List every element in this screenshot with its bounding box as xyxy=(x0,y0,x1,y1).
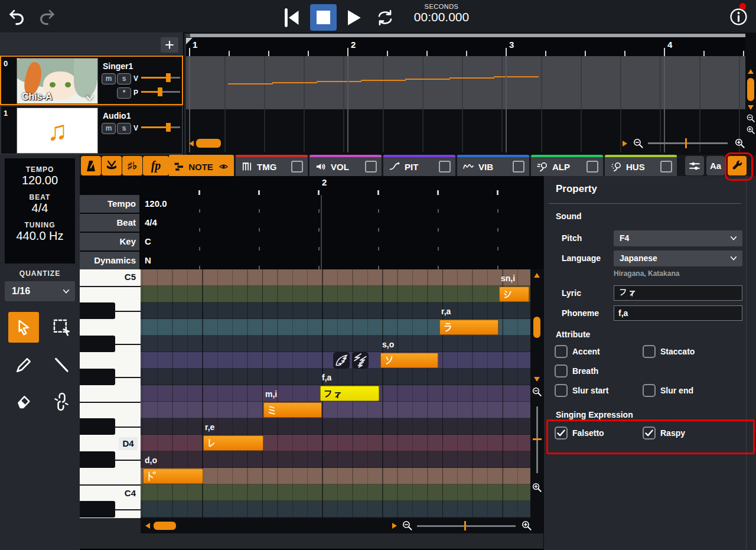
solo-button[interactable]: s xyxy=(117,73,131,84)
song-settings-box[interactable]: TEMPO 120.00 BEAT 4/4 TUNING 440.0 Hz xyxy=(5,158,75,263)
checkbox-falsetto[interactable] xyxy=(555,427,568,440)
timeline-seek-bar[interactable] xyxy=(186,34,745,37)
track-row-singer[interactable]: 0 Chis-A Singer1 m s V * P xyxy=(1,57,182,104)
vscroll-thumb[interactable] xyxy=(533,317,540,338)
info-button[interactable] xyxy=(729,8,748,26)
tab-pit[interactable]: PIT xyxy=(383,155,455,176)
vscroll-thumb[interactable] xyxy=(747,78,754,101)
singer-avatar[interactable]: Chis-A xyxy=(17,58,98,104)
zoom-in-icon[interactable] xyxy=(734,138,745,149)
zoom-out-icon[interactable] xyxy=(402,520,413,531)
checkbox-slur-end[interactable] xyxy=(643,384,656,397)
hzoom-slider[interactable] xyxy=(417,525,516,527)
hzoom-slider-thumb[interactable] xyxy=(464,521,466,531)
cursor-tool[interactable] xyxy=(8,312,39,343)
tab-vib[interactable]: VIB xyxy=(457,155,529,176)
drum-button[interactable] xyxy=(102,156,122,175)
tab-hus[interactable]: HUS xyxy=(605,155,677,176)
hscroll-thumb[interactable] xyxy=(154,522,176,530)
zoom-out-vertical-icon[interactable] xyxy=(532,386,542,397)
note-c4[interactable]: ド xyxy=(143,468,203,484)
add-track-button[interactable] xyxy=(161,37,178,53)
timeline-ruler[interactable]: 1234 xyxy=(186,38,745,56)
scroll-down-icon[interactable] xyxy=(533,376,541,383)
checkbox-accent[interactable] xyxy=(555,345,568,358)
tab-checkbox[interactable] xyxy=(586,161,598,173)
singer-track-lane[interactable] xyxy=(186,56,745,109)
scroll-up-icon[interactable] xyxy=(533,272,541,279)
pencil-tool[interactable] xyxy=(8,350,39,380)
track-row-audio[interactable]: 1 ♫ Audio1 m s V xyxy=(1,106,182,154)
black-key[interactable] xyxy=(80,501,115,518)
black-key[interactable] xyxy=(80,302,115,319)
marquee-select-tool[interactable] xyxy=(46,312,77,343)
language-select[interactable]: Japanese xyxy=(614,250,742,266)
lyric-input[interactable]: ファ xyxy=(614,285,742,301)
loop-button[interactable] xyxy=(376,8,395,27)
black-key[interactable] xyxy=(80,418,115,435)
line-tool[interactable] xyxy=(46,350,77,380)
text-style-button[interactable]: Aa xyxy=(706,156,725,175)
scroll-left-icon[interactable] xyxy=(144,522,151,530)
phoneme-input[interactable]: f,a xyxy=(614,305,742,321)
zoom-in-vertical-icon[interactable] xyxy=(532,482,542,493)
audio-thumbnail[interactable]: ♫ xyxy=(17,108,98,154)
tab-tmg[interactable]: TMG xyxy=(236,155,308,176)
tab-checkbox[interactable] xyxy=(513,161,524,173)
zoom-in-vertical-icon[interactable] xyxy=(746,125,755,135)
piano-roll[interactable]: ド d,o レ r,e ミ m,i ファ f,a ソ s, xyxy=(141,269,530,518)
tab-vol[interactable]: VOL xyxy=(309,155,382,176)
tab-alp[interactable]: ALP xyxy=(531,155,603,176)
zoom-slider-thumb[interactable] xyxy=(685,138,687,148)
solo-button[interactable]: s xyxy=(117,123,131,134)
redo-button[interactable] xyxy=(38,8,56,25)
voice-chevron-down-icon[interactable] xyxy=(84,94,95,102)
note-f4[interactable]: ファ xyxy=(320,386,379,401)
tab-checkbox[interactable] xyxy=(660,161,672,173)
zoom-slider[interactable] xyxy=(648,142,728,144)
scroll-left-icon[interactable] xyxy=(188,139,195,148)
tab-checkbox[interactable] xyxy=(365,161,377,173)
quantize-select[interactable]: 1/16 xyxy=(5,281,75,301)
volume-slider[interactable] xyxy=(141,122,180,132)
black-key[interactable] xyxy=(80,369,115,385)
skip-to-start-button[interactable] xyxy=(282,7,303,28)
eye-icon[interactable] xyxy=(218,162,229,171)
metronome-button[interactable] xyxy=(81,156,101,175)
black-key[interactable] xyxy=(80,336,115,352)
checkbox-staccato[interactable] xyxy=(643,345,656,358)
volume-slider[interactable] xyxy=(141,73,180,83)
checkbox-breath[interactable] xyxy=(555,365,568,377)
hscroll-thumb[interactable] xyxy=(196,139,221,148)
playhead-marker[interactable] xyxy=(186,38,193,44)
piano-keyboard[interactable]: C5 D4 C4 xyxy=(80,269,141,518)
note-e4[interactable]: ミ xyxy=(263,402,322,418)
stop-button[interactable] xyxy=(310,4,337,31)
black-key[interactable] xyxy=(80,451,115,468)
note-g4[interactable]: ソ xyxy=(380,353,438,368)
key-signature-button[interactable]: ♯♭ xyxy=(122,156,142,175)
zoom-out-icon[interactable] xyxy=(633,138,644,149)
eraser-tool[interactable] xyxy=(8,386,39,417)
scroll-right-icon[interactable] xyxy=(621,139,628,148)
unlink-tool[interactable] xyxy=(46,386,77,417)
wrench-button[interactable] xyxy=(728,156,747,175)
mute-button[interactable]: m xyxy=(102,73,116,84)
zoom-out-vertical-icon[interactable] xyxy=(746,113,755,123)
note-d4[interactable]: レ xyxy=(203,435,263,451)
pan-slider[interactable] xyxy=(141,87,180,97)
tab-checkbox[interactable] xyxy=(291,161,303,173)
mixer-sliders-button[interactable] xyxy=(685,156,704,175)
mute-button[interactable]: m xyxy=(102,123,116,134)
tab-checkbox[interactable] xyxy=(439,161,451,173)
checkbox-slur-start[interactable] xyxy=(555,384,568,397)
scroll-down-icon[interactable] xyxy=(747,104,755,111)
note-b4[interactable]: シ xyxy=(499,287,529,302)
play-button[interactable] xyxy=(343,7,364,28)
retake-button[interactable]: * xyxy=(117,87,131,99)
note-a4[interactable]: ラ xyxy=(439,320,498,335)
dynamics-button[interactable]: fp xyxy=(143,156,169,175)
ruler-ticks[interactable] xyxy=(141,190,543,195)
vzoom-slider-thumb[interactable] xyxy=(533,438,542,440)
checkbox-raspy[interactable] xyxy=(643,427,656,440)
